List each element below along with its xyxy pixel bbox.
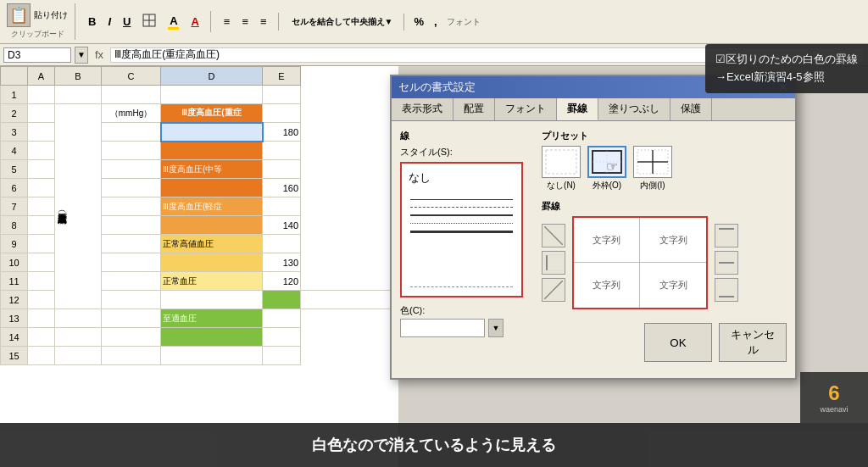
row-num-12[interactable]: 12 <box>1 291 28 309</box>
cell-e5[interactable] <box>263 160 301 179</box>
middle-h-border-btn[interactable] <box>715 251 738 275</box>
cell-c6[interactable] <box>102 179 161 197</box>
col-header-e[interactable]: E <box>263 67 301 86</box>
row-num-7[interactable]: 7 <box>1 197 28 216</box>
col-header-c[interactable]: C <box>102 67 161 86</box>
tab-display-format[interactable]: 表示形式 <box>392 98 453 120</box>
cell-a14[interactable] <box>28 328 55 347</box>
bottom-border-btn[interactable] <box>715 278 738 302</box>
cell-a13[interactable] <box>28 309 55 328</box>
col-header-a[interactable]: A <box>28 67 55 86</box>
tab-alignment[interactable]: 配置 <box>453 98 495 120</box>
cell-d13[interactable]: 至適血圧 <box>161 309 263 328</box>
cell-e6[interactable]: 160 <box>263 179 301 197</box>
cell-d6[interactable] <box>161 179 263 197</box>
color-dropdown-arrow[interactable]: ▼ <box>488 319 504 337</box>
cell-d14[interactable] <box>161 328 263 347</box>
cell-a15[interactable] <box>28 347 55 365</box>
cell-a1[interactable] <box>28 86 55 104</box>
cancel-button[interactable]: キャンセル <box>719 323 787 362</box>
cell-a9[interactable] <box>28 235 55 253</box>
align-right-button[interactable]: ≡ <box>256 13 271 31</box>
italic-button[interactable]: I <box>103 13 115 31</box>
cell-d2[interactable]: Ⅲ度高血圧(重症 <box>161 104 263 123</box>
top-border-btn[interactable] <box>715 224 738 247</box>
tab-font[interactable]: フォント <box>495 98 557 120</box>
align-center-button[interactable]: ≡ <box>237 13 253 31</box>
paste-icon[interactable]: 📋 <box>7 3 31 27</box>
cell-d1[interactable] <box>161 86 263 104</box>
cell-d8[interactable] <box>161 216 263 235</box>
cell-c8[interactable] <box>102 216 161 235</box>
formula-input[interactable] <box>110 47 865 63</box>
line-style-dashed[interactable] <box>410 207 513 208</box>
cell-e8[interactable]: 140 <box>263 216 301 235</box>
cell-e3[interactable]: 180 <box>263 123 301 142</box>
cell-a6[interactable] <box>28 179 55 197</box>
cell-a10[interactable] <box>28 253 55 272</box>
diagonal-br-border-btn[interactable] <box>542 278 565 302</box>
bold-button[interactable]: B <box>84 13 100 31</box>
cell-d4[interactable] <box>161 142 263 160</box>
format-cells-dialog[interactable]: セルの書式設定 ✕ 表示形式 配置 フォント 罫線 塗りつぶし 保護 線 スタイ… <box>390 75 797 380</box>
font-color-button[interactable]: A <box>186 13 203 31</box>
cell-d3[interactable] <box>161 123 263 142</box>
line-style-thick[interactable] <box>410 214 513 216</box>
cell-e14[interactable] <box>263 328 301 347</box>
color-box[interactable] <box>400 319 485 337</box>
row-num-8[interactable]: 8 <box>1 216 28 235</box>
cell-e12[interactable] <box>301 291 398 309</box>
cell-c1[interactable] <box>102 86 161 104</box>
cell-c4[interactable] <box>102 142 161 160</box>
cell-e13[interactable] <box>263 309 301 328</box>
row-num-13[interactable]: 13 <box>1 309 28 328</box>
cell-c5[interactable] <box>102 160 161 179</box>
merge-center-button[interactable]: セルを結合して中央揃え▼ <box>287 14 398 31</box>
cell-c14[interactable] <box>102 328 161 347</box>
cell-d9[interactable]: 正常高値血圧 <box>161 235 263 253</box>
cell-a7[interactable] <box>28 197 55 216</box>
cell-a11[interactable] <box>28 272 55 291</box>
row-num-3[interactable]: 3 <box>1 123 28 142</box>
diagonal-tl-border-btn[interactable] <box>542 224 565 247</box>
tab-border[interactable]: 罫線 <box>557 98 598 120</box>
cell-b14[interactable] <box>55 328 102 347</box>
row-num-5[interactable]: 5 <box>1 160 28 179</box>
row-num-1[interactable]: 1 <box>1 86 28 104</box>
cell-e9[interactable] <box>263 235 301 253</box>
preset-none-button[interactable]: なし(N) <box>542 146 581 192</box>
cell-a12[interactable] <box>28 291 55 309</box>
row-num-6[interactable]: 6 <box>1 179 28 197</box>
percent-button[interactable]: % <box>409 13 428 31</box>
cell-c10[interactable] <box>102 253 161 272</box>
cell-b15[interactable] <box>55 347 102 365</box>
cell-b2-merged[interactable]: 収縮期血圧（最高血圧） <box>55 104 102 309</box>
row-num-11[interactable]: 11 <box>1 272 28 291</box>
cell-e11[interactable]: 120 <box>263 272 301 291</box>
col-header-b[interactable]: B <box>55 67 102 86</box>
cell-ref-dropdown[interactable]: ▼ <box>75 47 88 64</box>
comma-button[interactable]: , <box>430 13 442 31</box>
ok-button[interactable]: OK <box>644 323 712 362</box>
col-header-d[interactable]: D <box>161 67 263 86</box>
line-style-double[interactable] <box>410 231 513 233</box>
cell-e7[interactable] <box>263 197 301 216</box>
cell-e15[interactable] <box>263 347 301 365</box>
cell-a8[interactable] <box>28 216 55 235</box>
cell-d15[interactable] <box>161 347 263 365</box>
cell-c11[interactable] <box>102 272 161 291</box>
cell-d12[interactable] <box>263 291 301 309</box>
fill-color-button[interactable]: A <box>164 12 183 32</box>
cell-c12[interactable] <box>161 291 263 309</box>
cell-c9[interactable] <box>102 235 161 253</box>
row-num-2[interactable]: 2 <box>1 104 28 123</box>
cell-d10[interactable] <box>161 253 263 272</box>
cell-b12[interactable] <box>102 291 161 309</box>
cell-a4[interactable] <box>28 142 55 160</box>
preset-inside-button[interactable]: 内側(I) <box>633 146 672 192</box>
row-num-4[interactable]: 4 <box>1 142 28 160</box>
cell-a2[interactable] <box>28 104 55 123</box>
cell-e2[interactable] <box>263 104 301 123</box>
dialog-close-button[interactable]: ✕ <box>778 81 788 94</box>
cell-c7[interactable] <box>102 197 161 216</box>
